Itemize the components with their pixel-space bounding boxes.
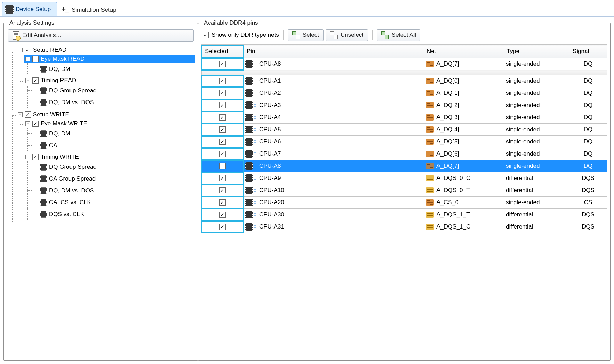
expander-icon[interactable]: − [25, 57, 30, 61]
col-type[interactable]: Type [503, 45, 569, 58]
checkbox-icon[interactable] [25, 111, 31, 118]
checkbox-icon[interactable] [32, 77, 39, 84]
tree-node[interactable]: −Setup READ [16, 46, 195, 54]
col-pin[interactable]: Pin [243, 45, 423, 58]
chip-pin-icon [246, 187, 252, 194]
tree-node[interactable]: −Timing WRITE [24, 153, 195, 161]
tree-leaf[interactable]: DQ Group Spread [32, 162, 195, 172]
table-row[interactable]: CPU-A30A_DQS_1_TdifferentialDQS [202, 209, 607, 221]
tree-label: Timing WRITE [41, 154, 79, 160]
tree-leaf[interactable]: DQS vs. CLK [32, 209, 195, 220]
signal-cell: DQ [569, 160, 607, 172]
tree-leaf[interactable]: CA [32, 140, 195, 151]
tree-leaf[interactable]: DQ, DM vs. DQS [32, 97, 195, 108]
table-row[interactable]: CPU-A9A_DQS_0_CdifferentialDQS [202, 172, 607, 184]
tab-label: Device Setup [16, 6, 51, 13]
net-label: A_DQ[6] [436, 150, 459, 157]
row-checkbox[interactable] [219, 151, 226, 157]
signal-cell: DQS [569, 209, 607, 221]
chip-pin-icon [246, 199, 252, 206]
checkbox-icon[interactable] [32, 121, 39, 127]
row-checkbox[interactable] [219, 212, 226, 218]
tree-leaf[interactable]: CA, CS vs. CLK [32, 197, 195, 208]
chip-icon [41, 87, 46, 94]
pin-label: CPU-A7 [259, 150, 281, 157]
tree-leaf[interactable]: DQ, DM [32, 129, 195, 139]
tab-simulation-setup[interactable]: Simulation Setup [57, 3, 123, 16]
row-checkbox[interactable] [219, 102, 226, 108]
table-row[interactable]: CPU-A8A_DQ[7]single-endedDQ [202, 160, 607, 172]
table-row[interactable]: CPU-A5A_DQ[4]single-endedDQ [202, 124, 607, 136]
table-row[interactable]: CPU-A31A_DQS_1_CdifferentialDQS [202, 221, 607, 233]
expander-icon[interactable]: − [18, 48, 23, 52]
row-checkbox[interactable] [219, 139, 226, 145]
net-single-icon [426, 151, 434, 157]
button-label: Select [303, 32, 319, 39]
edit-analysis-button[interactable]: Edit Analysis… [8, 29, 194, 42]
tree-leaf[interactable]: CA Group Spread [32, 174, 195, 184]
table-row[interactable]: CPU-A7A_DQ[6]single-endedDQ [202, 148, 607, 160]
tree-node[interactable]: −Timing READ [24, 76, 195, 85]
row-checkbox[interactable] [219, 163, 226, 169]
unselect-button[interactable]: Unselect [326, 29, 368, 41]
checkbox-icon[interactable] [25, 47, 31, 53]
col-selected[interactable]: Selected [202, 45, 243, 58]
table-row[interactable]: CPU-A10A_DQS_0_TdifferentialDQS [202, 184, 607, 197]
chip-pin-icon [246, 77, 252, 85]
pins-table[interactable]: Selected Pin Net Type Signal CPU-A8A_DQ[… [201, 45, 607, 233]
col-net[interactable]: Net [423, 45, 503, 58]
type-cell: differential [503, 184, 569, 197]
expander-icon[interactable]: − [18, 112, 23, 117]
select-icon [292, 31, 300, 39]
table-row[interactable]: CPU-A4A_DQ[3]single-endedDQ [202, 111, 607, 124]
tree-leaf[interactable]: DQ, DM [32, 64, 195, 74]
expander-icon[interactable]: − [25, 121, 30, 126]
pin-label: CPU-A4 [259, 114, 281, 121]
tab-strip: Device Setup Simulation Setup [0, 0, 614, 17]
tree-node[interactable]: −Eye Mask READ [24, 55, 195, 63]
table-row[interactable]: CPU-A1A_DQ[0]single-endedDQ [202, 75, 607, 87]
row-checkbox[interactable] [219, 187, 226, 193]
row-checkbox[interactable] [219, 61, 226, 67]
table-row[interactable]: CPU-A2A_DQ[1]single-endedDQ [202, 87, 607, 99]
type-cell: single-ended [503, 124, 569, 136]
signal-cell: DQS [569, 172, 607, 184]
expander-icon[interactable]: − [25, 155, 30, 159]
checkbox-icon[interactable] [32, 56, 39, 62]
signal-cell: DQ [569, 75, 607, 87]
row-checkbox[interactable] [219, 78, 226, 84]
select-all-button[interactable]: Select All [377, 29, 420, 41]
signal-cell: CS [569, 197, 607, 209]
checkbox-icon[interactable] [32, 154, 39, 160]
row-checkbox[interactable] [219, 224, 226, 230]
row-checkbox[interactable] [219, 199, 226, 206]
signal-cell: DQS [569, 184, 607, 197]
row-checkbox[interactable] [219, 126, 226, 133]
pin-dot-icon [254, 177, 256, 180]
tree-leaf[interactable]: DQ Group Spread [32, 85, 195, 96]
analysis-tree[interactable]: −Setup READ−Eye Mask READDQ, DM−Timing R… [7, 44, 195, 222]
row-checkbox[interactable] [219, 114, 226, 121]
table-row[interactable]: CPU-A3A_DQ[2]single-endedDQ [202, 99, 607, 111]
table-row[interactable]: CPU-A6A_DQ[5]single-endedDQ [202, 136, 607, 148]
row-checkbox[interactable] [219, 175, 226, 181]
tab-device-setup[interactable]: Device Setup [2, 2, 57, 16]
type-cell: single-ended [503, 136, 569, 148]
tree-node[interactable]: −Eye Mask WRITE [24, 119, 195, 128]
chip-pin-icon [246, 138, 252, 146]
tree-leaf[interactable]: DQ, DM vs. DQS [32, 185, 195, 196]
table-row[interactable]: CPU-A20A_CS_0single-endedCS [202, 197, 607, 209]
net-label: A_DQ[5] [436, 138, 459, 145]
show-only-ddr-checkbox[interactable]: Show only DDR type nets [203, 32, 279, 39]
col-signal[interactable]: Signal [569, 45, 607, 58]
tab-label: Simulation Setup [72, 7, 116, 14]
unselect-icon [330, 31, 338, 39]
pin-label: CPU-A10 [259, 187, 284, 194]
table-row[interactable]: CPU-A8A_DQ[7]single-endedDQ [202, 58, 607, 70]
tree-node[interactable]: −Setup WRITE [16, 110, 195, 119]
row-checkbox[interactable] [219, 90, 226, 96]
select-button[interactable]: Select [288, 29, 324, 41]
chip-icon [6, 5, 13, 14]
expander-icon[interactable]: − [25, 78, 30, 83]
signal-cell: DQ [569, 87, 607, 99]
